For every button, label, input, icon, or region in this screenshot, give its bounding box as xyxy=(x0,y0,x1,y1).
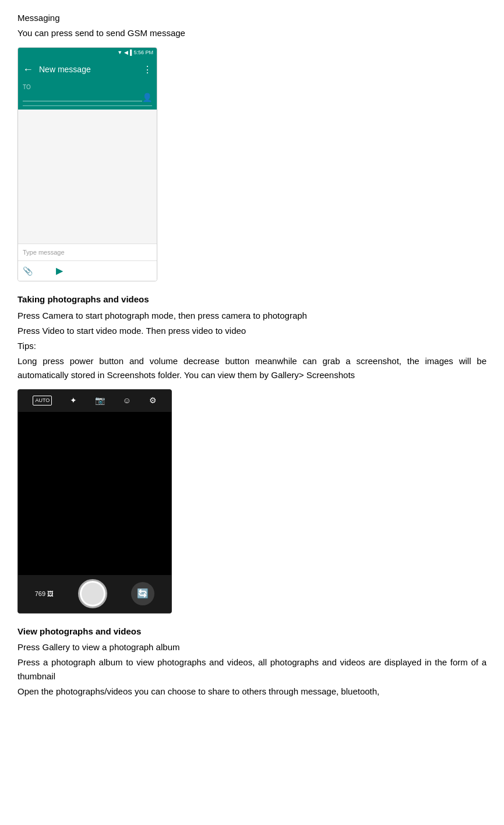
back-button[interactable]: ← xyxy=(23,62,33,77)
bottom-bar: Type message 📎 ▶ xyxy=(18,244,157,281)
add-contact-icon[interactable]: 👤 xyxy=(142,91,152,104)
app-toolbar: ← New message ⋮ xyxy=(18,58,157,82)
view-line2: Press a photograph album to view photogr… xyxy=(17,655,487,683)
camera-face-icon[interactable]: ☺ xyxy=(123,394,131,407)
photos-section-title: Taking photographs and videos xyxy=(17,293,487,306)
photos-line1: Press Camera to start photograph mode, t… xyxy=(17,309,487,323)
message-area xyxy=(18,110,157,244)
photos-line2: Press Video to start video mode. Then pr… xyxy=(17,324,487,338)
attach-icon[interactable]: 📎 xyxy=(23,265,33,277)
camera-settings-icon[interactable]: ✦ xyxy=(70,394,77,407)
view-line3: Open the photographs/videos you can choo… xyxy=(17,685,487,699)
status-bar: ▼ ◀▐ 5:56 PM xyxy=(18,48,157,58)
type-message-placeholder: Type message xyxy=(23,249,65,256)
view-section-title: View photographs and videos xyxy=(17,625,487,639)
shutter-button[interactable] xyxy=(78,579,107,608)
send-row: 📎 ▶ xyxy=(18,261,157,281)
page-title: Messaging xyxy=(17,12,487,25)
to-field-bar: TO 👤 xyxy=(18,82,157,110)
flip-camera-button[interactable]: 🔄 xyxy=(131,582,154,605)
auto-label: AUTO xyxy=(33,396,52,406)
to-input-line[interactable] xyxy=(23,93,142,101)
flip-icon: 🔄 xyxy=(137,587,149,601)
camera-top-bar: AUTO ✦ 📷 ☺ ⚙ xyxy=(18,390,171,412)
camera-mockup: AUTO ✦ 📷 ☺ ⚙ 769 🖼 🔄 xyxy=(17,389,172,614)
camera-hdr-icon[interactable]: 📷 xyxy=(95,394,105,407)
type-message-field[interactable]: Type message xyxy=(18,244,157,262)
to-label: TO xyxy=(23,83,152,91)
camera-viewfinder xyxy=(18,412,171,575)
time-display: 5:56 PM xyxy=(133,49,153,57)
camera-gear-icon[interactable]: ⚙ xyxy=(149,394,157,407)
signal-icon: ▼ xyxy=(117,49,122,57)
page-subtitle: You can press send to send GSM message xyxy=(17,26,487,40)
to-input-row: 👤 xyxy=(23,91,152,106)
camera-counter: 769 🖼 xyxy=(35,589,54,599)
network-icon: ◀▐ xyxy=(124,49,132,57)
tips-label: Tips: xyxy=(17,339,487,353)
toolbar-title: New message xyxy=(39,64,143,76)
camera-bottom-bar: 769 🖼 🔄 xyxy=(18,575,171,613)
more-options-icon[interactable]: ⋮ xyxy=(143,63,152,77)
send-button[interactable]: ▶ xyxy=(56,264,63,278)
shutter-inner xyxy=(82,583,104,605)
view-line1: Press Gallery to view a photograph album xyxy=(17,640,487,654)
tips-text: Long press power button and volume decre… xyxy=(17,354,487,382)
messaging-mockup: ▼ ◀▐ 5:56 PM ← New message ⋮ TO 👤 Type m… xyxy=(17,47,157,282)
